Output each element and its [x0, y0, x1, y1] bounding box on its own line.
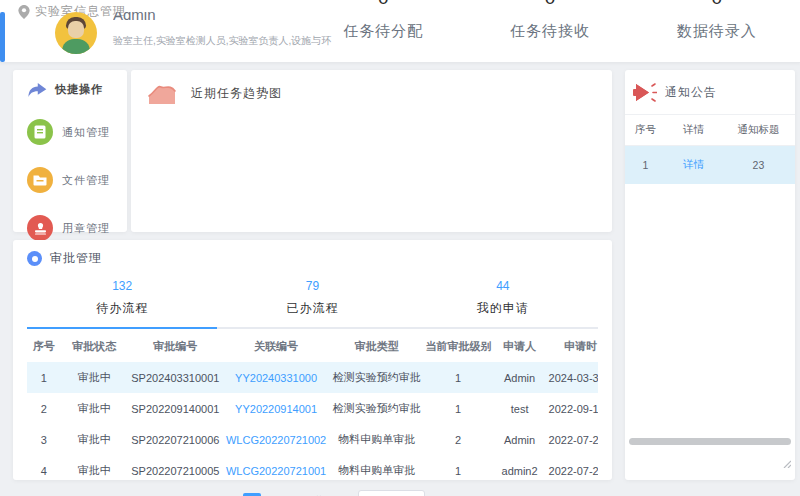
- tab-label: 已办流程: [217, 300, 407, 317]
- cell-apply-date: 2022-07-21: [548, 424, 598, 455]
- area-chart-icon: [147, 80, 177, 106]
- notice-row[interactable]: 1 详情 23: [625, 146, 795, 185]
- quick-action-label: 文件管理: [62, 173, 110, 188]
- stat-value: 0: [711, 0, 722, 13]
- stat-value: 0: [378, 0, 389, 13]
- notice-panel: 通知公告 序号 详情 通知标题 1 详情 23: [625, 70, 795, 480]
- cell-applicant: Admin: [492, 362, 548, 393]
- column-header: 审批编号: [128, 331, 223, 362]
- tab-count: 44: [408, 279, 598, 293]
- column-header: 通知标题: [722, 115, 795, 146]
- quick-action-label: 用章管理: [62, 221, 110, 236]
- quick-action-label: 通知管理: [62, 125, 110, 140]
- table-row[interactable]: 4 审批中 SP202207210005 WLCG20220721001 物料申…: [27, 455, 598, 486]
- cell-index: 2: [27, 393, 61, 424]
- column-header: 关联编号: [223, 331, 329, 362]
- cell-index: 1: [27, 362, 61, 393]
- cell-index: 4: [27, 455, 61, 486]
- related-no-link[interactable]: YY20240331000: [235, 372, 317, 384]
- quick-actions-panel: 快捷操作 通知管理 文件管理 用章管理: [13, 70, 127, 232]
- related-no-link[interactable]: YY20220914001: [235, 403, 317, 415]
- cell-applicant: test: [492, 393, 548, 424]
- tab-count: 132: [27, 279, 217, 293]
- cell-apply-date: 2022-07-21: [548, 455, 598, 486]
- table-row[interactable]: 3 审批中 SP202207210006 WLCG20220721002 物料申…: [27, 424, 598, 455]
- notice-panel-title: 通知公告: [665, 84, 717, 101]
- notice-doc-icon: [27, 119, 53, 145]
- tab-my-applications[interactable]: 44 我的申请: [408, 275, 598, 327]
- cell-apply-date: 2022-09-14: [548, 393, 598, 424]
- cell-type: 检测实验预约审批: [329, 362, 424, 393]
- cell-status: 审批中: [61, 455, 128, 486]
- column-header: 序号: [27, 331, 61, 362]
- cell-level: 1: [424, 362, 491, 393]
- quick-actions-title: 快捷操作: [55, 82, 103, 97]
- quick-action-stamp-mgmt[interactable]: 用章管理: [27, 215, 127, 241]
- cell-approval-no: SP202207210005: [128, 455, 223, 486]
- cell-level: 2: [424, 424, 491, 455]
- approval-table-header: 序号 审批状态 审批编号 关联编号 审批类型 当前审批级别 申请人 申请时: [27, 331, 598, 362]
- tab-pending-flows[interactable]: 132 待办流程: [27, 275, 217, 327]
- table-row[interactable]: 1 审批中 SP202403310001 YY20240331000 检测实验预…: [27, 362, 598, 393]
- avatar-face: [68, 21, 84, 38]
- tab-done-flows[interactable]: 79 已办流程: [217, 275, 407, 327]
- cell-applicant: Admin: [492, 424, 548, 455]
- stat-label: 任务待接收: [467, 22, 634, 41]
- stat-tasks-to-assign: 0 任务待分配: [300, 0, 467, 62]
- megaphone-icon: [633, 82, 657, 102]
- notice-detail-link[interactable]: 详情: [683, 158, 704, 170]
- cell-type: 物料申购单审批: [329, 424, 424, 455]
- related-no-link[interactable]: WLCG20220721002: [226, 434, 326, 446]
- cell-status: 审批中: [61, 424, 128, 455]
- related-no-link[interactable]: WLCG20220721001: [226, 465, 326, 477]
- stat-tasks-to-receive: 0 任务待接收: [467, 0, 634, 62]
- cell-index: 3: [27, 424, 61, 455]
- user-name: Admin: [113, 12, 156, 27]
- column-header: 申请时: [548, 331, 598, 362]
- top-header: 实验室信息管理 Admin 验室主任,实验室检测人员,实验室负责人,设施与环 0…: [0, 0, 800, 63]
- trend-chart-title: 近期任务趋势图: [191, 85, 282, 102]
- left-scroll-indicator[interactable]: [0, 12, 5, 62]
- quick-action-file-mgmt[interactable]: 文件管理: [27, 167, 127, 193]
- horizontal-scrollbar[interactable]: [629, 438, 791, 445]
- share-arrow-icon: [27, 83, 47, 97]
- column-header: 当前审批级别: [424, 331, 491, 362]
- stat-label: 任务待分配: [300, 22, 467, 41]
- approval-panel-title: 审批管理: [50, 250, 102, 267]
- current-page-button[interactable]: 1: [243, 493, 261, 496]
- cell-approval-no: SP202207210006: [128, 424, 223, 455]
- resize-handle-icon[interactable]: [781, 458, 791, 468]
- notice-index: 1: [625, 146, 666, 185]
- tab-count: 79: [217, 279, 407, 293]
- tab-label: 待办流程: [27, 300, 217, 317]
- stat-label: 数据待录入: [633, 22, 800, 41]
- cell-level: 1: [424, 393, 491, 424]
- cell-status: 审批中: [61, 393, 128, 424]
- cell-status: 审批中: [61, 362, 128, 393]
- table-row[interactable]: 2 审批中 SP202209140001 YY20220914001 检测实验预…: [27, 393, 598, 424]
- pagination: 上一页 1 下一页 共 5 条 20条/页 ▼: [27, 490, 598, 496]
- cell-level: 1: [424, 455, 491, 486]
- column-header: 申请人: [492, 331, 548, 362]
- user-roles: 验室主任,实验室检测人员,实验室负责人,设施与环: [113, 34, 331, 48]
- page-size-select[interactable]: 20条/页 ▼: [358, 490, 425, 496]
- column-header: 序号: [625, 115, 666, 146]
- user-avatar[interactable]: [55, 12, 97, 54]
- cell-approval-no: SP202403310001: [128, 362, 223, 393]
- notice-table: 序号 详情 通知标题 1 详情 23: [625, 114, 795, 184]
- cell-applicant: admin2: [492, 455, 548, 486]
- stat-data-to-enter: 0 数据待录入: [633, 0, 800, 62]
- notice-table-header: 序号 详情 通知标题: [625, 115, 795, 146]
- notice-title-cell: 23: [722, 146, 795, 185]
- stats-row: 0 任务待分配 0 任务待接收 0 数据待录入: [300, 0, 800, 62]
- approval-panel: 审批管理 132 待办流程 79 已办流程 44 我的申请 序号 审批状态 审批…: [13, 240, 612, 480]
- tab-label: 我的申请: [408, 300, 598, 317]
- cell-type: 检测实验预约审批: [329, 393, 424, 424]
- trend-chart-panel: 近期任务趋势图: [131, 70, 612, 232]
- avatar-shirt: [62, 39, 90, 54]
- quick-action-notice-mgmt[interactable]: 通知管理: [27, 119, 127, 145]
- column-header: 审批状态: [61, 331, 128, 362]
- approval-table: 序号 审批状态 审批编号 关联编号 审批类型 当前审批级别 申请人 申请时 1 …: [27, 331, 598, 486]
- approval-tabs: 132 待办流程 79 已办流程 44 我的申请: [27, 275, 598, 329]
- cell-apply-date: 2024-03-31: [548, 362, 598, 393]
